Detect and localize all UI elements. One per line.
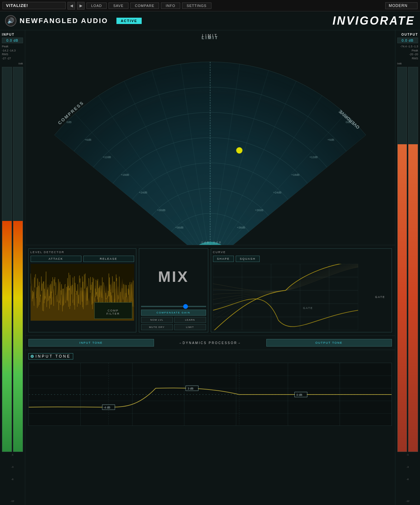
nav-prev-button[interactable]: ◀ [68,2,75,9]
output-meter-bar-right [408,67,418,452]
speaker-icon: 🔊 [5,15,16,27]
input-meter-bar-right [13,67,23,452]
nom-lvl-button[interactable]: NOM LVL [141,317,173,323]
mix-btn-row2: NOM LVL LEARN [141,317,206,323]
input-meter: INPUT 0.0 dB Peak -14.2 -14.3 RMS -27 -2… [0,30,25,505]
main-content: INPUT 0.0 dB Peak -14.2 -14.3 RMS -27 -2… [0,30,420,505]
dynamics-label: →DYNAMICS PROCESSOR→ [154,341,266,345]
save-button[interactable]: SAVE [109,3,128,9]
input-scale-6: -6 [2,478,23,481]
output-scale-3: -3 [397,466,418,468]
fan-title: LIMIT [202,33,218,38]
input-scale-3: -3 [2,466,23,468]
output-meter-value: 0.0 dB [397,38,418,43]
comp-filter-box[interactable]: COMPFILTER [94,302,132,319]
fan-canvas[interactable] [25,30,395,245]
peak-label: Peak [2,45,9,48]
detector-controls: ATTACK RELEASE [31,256,134,262]
output-scale-6: -6 [397,478,418,481]
header: 🔊 NEWFANGLED AUDIO ACTIVE INVIGORATE [0,11,420,30]
brand-name: NEWFANGLED AUDIO [20,17,108,25]
mix-btn-row: COMPENSATE GAIN NOM LVL LEARN MUTE DRY L… [141,310,206,330]
curve-canvas [213,264,358,330]
signal-chain: INPUT TONE →DYNAMICS PROCESSOR→ OUTPUT T… [25,336,395,350]
output-bar-fill-right [408,144,418,452]
info-button[interactable]: INFO [161,3,180,9]
compare-button[interactable]: COMPARE [130,3,159,9]
curve-section: CURVE SHAPE SQUASH GATE [211,248,392,332]
brand-logo: 🔊 NEWFANGLED AUDIO ACTIVE [5,15,142,27]
input-meter-label: INPUT [2,33,23,36]
output-scale-1: -1 [397,453,418,456]
release-box[interactable]: RELEASE [83,256,134,262]
output-peak-label: Peak [411,49,418,52]
input-meter-stats: Peak -14.2 -14.3 RMS -27 -27 [2,45,23,60]
mix-slider[interactable] [141,306,206,307]
comp-filter-label: COMPFILTER [97,309,129,315]
output-meter-bars [397,67,418,452]
output-meter-bar-left [397,67,407,452]
product-name: INVIGORATE [333,14,415,27]
level-detector-title: LEVEL DETECTOR [31,251,134,254]
output-meter-label: OUTPUT [397,33,418,36]
output-meter: OUTPUT 0.0 dB -74.4 -1.5 -1.3 Peak -20 -… [395,30,420,505]
curve-controls: SHAPE SQUASH [213,256,390,262]
eq-display [28,363,392,426]
squash-box[interactable]: SQUASH [236,256,260,262]
mode-select[interactable]: MODERN [385,2,417,9]
output-rms-label: RMS [412,57,418,60]
mute-dry-button[interactable]: MUTE DRY [141,324,173,330]
input-scale-12: -12 [2,500,23,502]
input-meter-value: 0.0 dB [2,38,23,43]
controls-section: LEVEL DETECTOR ATTACK RELEASE COMPFILTER… [25,245,395,336]
shape-box[interactable]: SHAPE [213,256,234,262]
level-detector: LEVEL DETECTOR ATTACK RELEASE COMPFILTER [28,248,136,332]
preset-name-input[interactable] [3,2,66,9]
peak-values: -14.2 -14.3 [2,49,16,52]
input-bar-fill-right [13,221,23,452]
mix-section: MIX COMPENSATE GAIN NOM LVL LEARN MUTE D… [139,248,208,332]
mix-btn-row3: MUTE DRY LIMIT [141,324,206,330]
load-button[interactable]: LOAD [86,3,107,9]
rms-label: RMS [2,53,8,56]
learn-button[interactable]: LEARN [174,317,206,323]
rms-values: -27 -27 [2,57,11,60]
input-tone-chain-button[interactable]: INPUT TONE [28,339,154,347]
output-scale-12: -12 [397,500,418,502]
output-meter-stats: -74.4 -1.5 -1.3 Peak -20 -20 RMS [397,45,418,60]
fan-section: LIMIT [25,30,395,245]
output-peak-values: -74.4 -1.5 -1.3 [400,45,418,48]
compensate-gain-button[interactable]: COMPENSATE GAIN [141,310,206,316]
tone-header-box: INPUT TONE [28,353,73,359]
top-bar: ◀ ▶ LOAD SAVE COMPARE INFO SETTINGS MODE… [0,0,420,11]
input-meter-bar-left [2,67,12,452]
tone-header: INPUT TONE [28,353,392,359]
attack-box[interactable]: ATTACK [31,256,81,262]
input-0db-label: 0dB [2,62,23,65]
mix-label: MIX [158,251,189,303]
eq-canvas [29,363,392,426]
curve-title: CURVE [213,251,390,254]
tone-indicator-dot [31,355,34,358]
input-tone-section: INPUT TONE [25,350,395,505]
nav-next-button[interactable]: ▶ [77,2,85,9]
input-scale-1: -1 [2,453,23,456]
input-tone-title: INPUT TONE [36,354,71,359]
settings-button[interactable]: SETTINGS [182,3,211,9]
output-0db-label: 0dB [397,62,418,65]
input-meter-bars [2,67,23,452]
gate-label: GATE [375,295,385,299]
center-area: LIMIT LEVEL DETECTOR ATTACK RELEASE COMP… [25,30,395,505]
output-tone-chain-button[interactable]: OUTPUT TONE [266,339,392,347]
output-rms-values: -20 -20 [409,53,418,56]
output-bar-fill-left [398,144,407,452]
limit-button[interactable]: LIMIT [174,324,206,330]
curve-display [213,264,390,330]
mix-slider-row [141,303,206,308]
input-bar-fill-left [2,221,12,452]
active-button[interactable]: ACTIVE [116,18,142,24]
